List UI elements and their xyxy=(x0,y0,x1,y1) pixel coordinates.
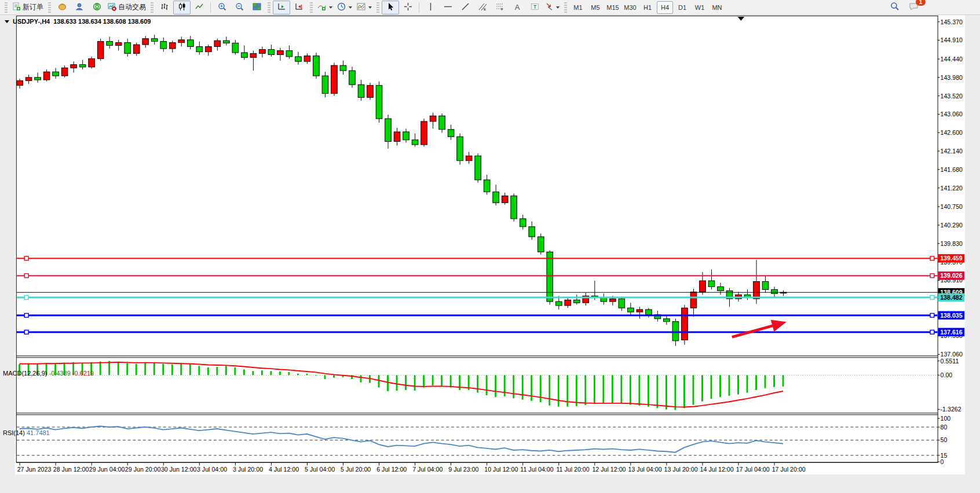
fibonacci-tool-button[interactable]: F xyxy=(491,1,509,14)
search-icon xyxy=(890,2,899,13)
timeframe-d1-button[interactable]: D1 xyxy=(674,1,690,14)
line-handle[interactable] xyxy=(24,256,28,260)
chart-menu-icon[interactable] xyxy=(5,20,9,23)
timeframe-m30-button[interactable]: M30 xyxy=(622,1,638,14)
market-button[interactable] xyxy=(53,1,71,14)
indicators-icon xyxy=(317,2,326,13)
cursor-icon xyxy=(386,2,395,13)
svg-text:T: T xyxy=(533,4,537,10)
community-button[interactable] xyxy=(88,1,105,14)
price-flag-label: 137.616 xyxy=(940,329,963,336)
autotrading-label: 自动交易 xyxy=(118,2,146,12)
chart-shift-button[interactable] xyxy=(290,1,308,14)
line-handle[interactable] xyxy=(930,296,934,300)
timeframe-h1-button[interactable]: H1 xyxy=(639,1,656,14)
horizontal-line-tool-button[interactable] xyxy=(439,1,456,14)
text-label-tool-button[interactable]: T xyxy=(526,1,543,14)
candle-up xyxy=(367,86,374,98)
toolbar-separator xyxy=(419,2,419,13)
timeframe-m5-button[interactable]: M5 xyxy=(587,1,604,14)
template-icon xyxy=(357,2,365,13)
timeframe-h4-button[interactable]: H4 xyxy=(657,1,673,14)
toolbar-grip xyxy=(48,2,51,13)
dropdown-caret-icon xyxy=(556,6,560,9)
candle-down xyxy=(646,310,652,315)
candle-down xyxy=(628,308,634,312)
candle-down xyxy=(573,300,580,303)
candle-up xyxy=(25,78,32,81)
candle-down xyxy=(268,49,275,54)
macd-axis-label: 0.00 xyxy=(941,371,953,378)
candlestick-mode-button[interactable] xyxy=(173,1,191,14)
price-tick-label: 143.060 xyxy=(941,111,963,117)
timeframe-m15-button[interactable]: M15 xyxy=(605,1,621,14)
candle-up xyxy=(682,308,688,340)
timeframe-w1-button[interactable]: W1 xyxy=(692,1,708,14)
arrows-tool-button[interactable] xyxy=(543,1,562,14)
new-order-icon xyxy=(12,2,21,13)
search-button[interactable] xyxy=(886,1,904,14)
line-handle[interactable] xyxy=(930,274,934,278)
toolbar-separator xyxy=(210,2,211,13)
tile-windows-icon xyxy=(253,2,261,13)
new-order-label: 新订单 xyxy=(23,2,43,12)
line-handle[interactable] xyxy=(24,296,28,300)
price-tick-label: 143.980 xyxy=(941,74,963,81)
candle-down xyxy=(520,219,526,227)
autotrading-button[interactable]: 自动交易 xyxy=(105,1,148,14)
vertical-line-tool-button[interactable] xyxy=(422,1,439,14)
time-tick-label: 27 Jun 2023 xyxy=(17,466,52,473)
candle-down xyxy=(448,130,454,137)
candle-down xyxy=(385,119,392,141)
bar-chart-mode-button[interactable] xyxy=(156,1,173,14)
line-handle[interactable] xyxy=(24,330,28,334)
channel-tool-button[interactable]: E xyxy=(474,1,491,14)
line-handle[interactable] xyxy=(930,256,934,260)
dropdown-caret-icon xyxy=(368,6,372,9)
line-handle[interactable] xyxy=(930,314,934,318)
price-flag-label: 138.035 xyxy=(940,312,963,319)
price-tick-label: 142.140 xyxy=(941,148,963,154)
chart-ohlc-values: 138.633 138.634 138.608 138.609 xyxy=(53,18,151,25)
text-tool-button[interactable]: A xyxy=(509,1,526,14)
time-tick-label: 11 Jul 04:00 xyxy=(520,466,553,473)
candle-down xyxy=(242,53,248,57)
zoom-out-button[interactable] xyxy=(231,1,248,14)
time-tick-label: 3 Jul 20:00 xyxy=(233,466,263,473)
periods-button[interactable] xyxy=(335,1,354,14)
price-chart[interactable]: 145.370144.910144.440143.980143.520143.0… xyxy=(0,15,980,493)
price-tick-label: 140.750 xyxy=(941,203,963,210)
candle-up xyxy=(430,116,436,122)
toolbar: 新订单 自动交易 E F A T M1 M5 M15 M30 H1 H4 D1 … xyxy=(0,0,980,15)
chart-window: 145.370144.910144.440143.980143.520143.0… xyxy=(0,15,980,493)
rsi-axis-label: 100 xyxy=(941,415,951,422)
candle-up xyxy=(690,292,697,308)
templates-button[interactable] xyxy=(354,1,374,14)
zoom-in-button[interactable] xyxy=(213,1,231,14)
trendline-tool-button[interactable] xyxy=(456,1,474,14)
toolbar-grip xyxy=(268,2,270,13)
tile-windows-button[interactable] xyxy=(248,1,265,14)
candle-up xyxy=(61,68,68,76)
line-chart-mode-button[interactable] xyxy=(191,1,208,14)
chart-symbol-period: USDJPY-,H4 xyxy=(13,18,50,25)
chart-title: USDJPY-,H4 138.633 138.634 138.608 138.6… xyxy=(5,18,151,25)
line-handle[interactable] xyxy=(24,274,28,278)
timeframe-mn-button[interactable]: MN xyxy=(709,1,725,14)
candle-down xyxy=(484,180,490,192)
price-tick-label: 141.220 xyxy=(941,185,963,192)
signals-button[interactable] xyxy=(71,1,88,14)
timeframe-m1-button[interactable]: M1 xyxy=(570,1,586,14)
auto-scroll-button[interactable] xyxy=(273,1,290,14)
new-order-button[interactable]: 新订单 xyxy=(10,1,46,14)
candle-up xyxy=(205,47,211,52)
indicators-button[interactable] xyxy=(315,1,335,14)
cursor-tool-button[interactable] xyxy=(382,1,399,14)
time-tick-label: 5 Jul 04:00 xyxy=(305,466,335,473)
line-handle[interactable] xyxy=(930,330,934,334)
vertical-line-icon xyxy=(426,2,435,13)
line-handle[interactable] xyxy=(24,314,28,318)
notifications-button[interactable]: 1 xyxy=(905,1,922,14)
crosshair-tool-button[interactable] xyxy=(399,1,416,14)
time-tick-label: 29 Jun 04:00 xyxy=(89,466,125,473)
